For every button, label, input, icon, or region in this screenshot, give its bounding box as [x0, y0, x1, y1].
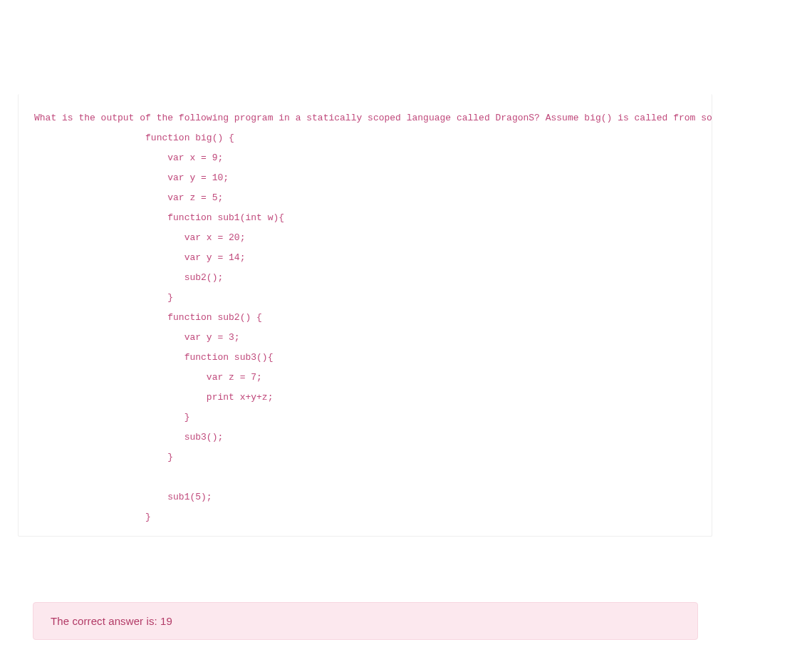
code-scroll-container[interactable]: What is the output of the following prog…	[19, 94, 712, 536]
code-block: What is the output of the following prog…	[19, 108, 712, 527]
correct-answer-banner: The correct answer is: 19	[33, 602, 698, 640]
question-card: What is the output of the following prog…	[18, 94, 712, 537]
page-container: What is the output of the following prog…	[0, 0, 812, 657]
correct-answer-text: The correct answer is: 19	[51, 615, 172, 627]
